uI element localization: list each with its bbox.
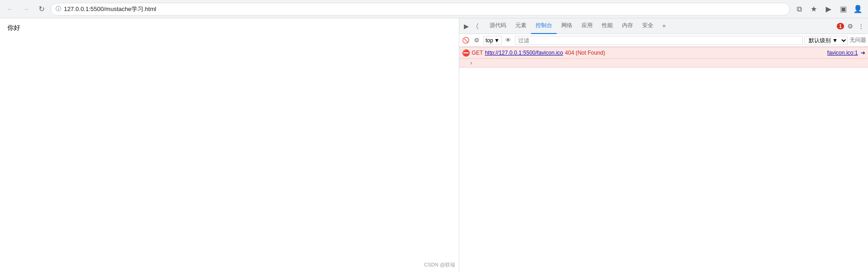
tab-application[interactable]: 应用 (577, 18, 597, 34)
tab-performance[interactable]: 性能 (597, 18, 617, 34)
bookmark-button[interactable]: ★ (807, 3, 820, 16)
top-selector[interactable]: top ▼ (483, 36, 502, 45)
tab-elements[interactable]: 元素 (511, 18, 531, 34)
watermark-text: CSDN @联瑞 (424, 261, 455, 268)
browser-window: ← → ↻ ⓘ 127.0.0.1:5500/mustache学习.html ⧉… (0, 0, 868, 272)
console-error-row: ⛔ GET http://127.0.0.1:5500/favicon.ico … (459, 47, 868, 59)
lock-icon: ⓘ (56, 5, 61, 13)
devtools-settings-button[interactable]: ⚙ (845, 21, 855, 31)
device-toolbar-button[interactable]: 〈 (472, 21, 482, 31)
external-link-icon: ➔ (861, 50, 865, 56)
tab-security[interactable]: 安全 (638, 18, 658, 34)
tab-memory[interactable]: 内存 (617, 18, 638, 34)
top-selector-arrow: ▼ (494, 37, 500, 44)
console-expand-row: › (459, 59, 868, 68)
clear-console-button[interactable]: 🚫 (461, 36, 470, 45)
tab-network[interactable]: 网络 (557, 18, 577, 34)
devtools-tabs-right: 1 ⚙ ⋮ (837, 21, 866, 31)
back-button[interactable]: ← (4, 3, 17, 16)
console-error-text: GET http://127.0.0.1:5500/favicon.ico 40… (472, 50, 865, 56)
devtools-tabs: ▶ 〈 源代码 元素 控制台 网络 应用 性能 内存 安全 » 1 ⚙ ⋮ (459, 18, 868, 34)
error-count-badge: 1 (837, 23, 844, 29)
reload-button[interactable]: ↻ (35, 3, 48, 16)
no-issues-label: 无问题 (850, 36, 866, 44)
window-button[interactable]: ▣ (837, 3, 850, 16)
page-area: 你好 CSDN @联瑞 (0, 18, 459, 272)
browser-content: 你好 CSDN @联瑞 ▶ 〈 源代码 元素 控制台 网络 应用 性能 内存 安… (0, 18, 868, 272)
address-text: 127.0.0.1:5500/mustache学习.html (64, 5, 785, 13)
address-bar[interactable]: ⓘ 127.0.0.1:5500/mustache学习.html (51, 3, 790, 16)
tab-more[interactable]: » (658, 18, 670, 34)
inspect-element-button[interactable]: ▶ (461, 21, 471, 31)
error-icon: ⛔ (462, 49, 470, 57)
error-url[interactable]: http://127.0.0.1:5500/favicon.ico (485, 50, 563, 56)
tab-sources[interactable]: 源代码 (485, 18, 511, 34)
console-content: ⛔ GET http://127.0.0.1:5500/favicon.ico … (459, 47, 868, 272)
console-settings-button[interactable]: ⚙ (472, 36, 481, 45)
media-button[interactable]: ▶ (822, 3, 835, 16)
profile-button[interactable]: 👤 (851, 3, 864, 16)
hello-text: 你好 (7, 24, 20, 31)
console-level-select[interactable]: 默认级别 ▼ (805, 36, 848, 45)
console-filter-input[interactable] (515, 36, 803, 45)
devtools-panel: ▶ 〈 源代码 元素 控制台 网络 应用 性能 内存 安全 » 1 ⚙ ⋮ (459, 18, 868, 272)
top-selector-label: top (485, 37, 493, 44)
toolbar-right: ⧉ ★ ▶ ▣ 👤 (793, 3, 864, 16)
tab-console[interactable]: 控制台 (531, 18, 557, 34)
eye-icon-button[interactable]: 👁 (504, 36, 513, 45)
console-toolbar: 🚫 ⚙ top ▼ 👁 默认级别 ▼ 无问题 (459, 34, 868, 47)
devtools-more-button[interactable]: ⋮ (856, 21, 866, 31)
expand-arrow[interactable]: › (470, 60, 472, 66)
cast-button[interactable]: ⧉ (793, 3, 805, 16)
error-method: GET (472, 50, 483, 56)
forward-button[interactable]: → (19, 3, 32, 16)
error-source[interactable]: favicon.ico:1 (827, 50, 858, 56)
error-status: 404 (Not Found) (565, 50, 605, 56)
browser-toolbar: ← → ↻ ⓘ 127.0.0.1:5500/mustache学习.html ⧉… (0, 0, 868, 18)
page-content: 你好 (0, 18, 459, 38)
devtools-left-icons: ▶ 〈 (461, 21, 485, 31)
